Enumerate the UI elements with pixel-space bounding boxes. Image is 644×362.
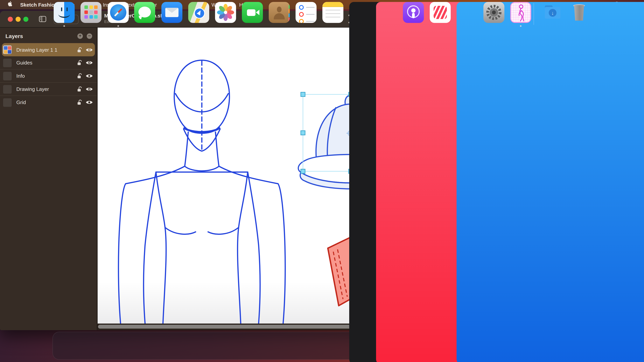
running-indicator-sketch-fashion [520,25,522,27]
layer-row-guides[interactable]: Guides [0,56,97,69]
layer-visibility-icon[interactable] [86,87,93,92]
layer-name: Guides [16,60,74,66]
dock-icon-mail[interactable] [162,2,182,23]
layer-row-grid[interactable]: Grid [0,96,97,109]
male-figure-template [118,60,285,324]
navigation-icon [194,8,205,19]
gear-icon [484,2,504,23]
dock-icon-finder[interactable] [54,2,75,23]
dock-icon-settings[interactable] [484,2,504,23]
layer-thumbnail [3,98,12,107]
dock-icon-reminders[interactable] [296,2,316,23]
layer-row-drawing-layer-1-1[interactable]: Drawing Layer 1 1 [2,43,95,56]
layer-lock-icon[interactable] [77,86,82,92]
dock-icon-news[interactable] [430,2,451,23]
menu-app-name[interactable]: Sketch Fashion [20,2,58,7]
running-indicator-safari [118,25,119,27]
dock-icon-notes[interactable] [322,2,344,23]
layer-lock-icon[interactable] [77,47,82,53]
dock-icon-contacts[interactable] [269,2,290,23]
layer-row-info[interactable]: Info [0,69,97,82]
layer-lock-icon[interactable] [77,60,82,66]
layer-thumbnail [3,58,12,67]
minimize-window-button[interactable] [16,17,20,22]
dock-icon-sketch-fashion[interactable] [510,2,531,23]
layers-panel-title: Layers [6,33,23,39]
remove-layer-button[interactable]: − [87,33,92,39]
layer-visibility-icon[interactable] [86,100,93,105]
fashion-figure-icon [511,3,530,22]
dock-icon-safari[interactable] [108,2,129,23]
dock-icon-podcasts[interactable] [403,2,424,23]
dock-icon-appstore[interactable]: A [456,2,644,362]
layers-panel: Layers + − Drawing Layer 1 1 [0,27,97,330]
layer-lock-icon[interactable] [77,73,82,79]
apple-menu-icon[interactable] [8,1,13,8]
layer-row-drawing-layer[interactable]: Drawing Layer [0,83,97,96]
dock-icon-facetime[interactable] [242,2,263,23]
news-logo-icon [434,6,447,19]
flower-icon [215,2,236,23]
layer-name: Drawing Layer [16,86,74,92]
zoom-window-button[interactable] [23,17,28,22]
layer-visibility-icon[interactable] [86,73,93,78]
layer-visibility-icon[interactable] [86,60,93,65]
layer-name: Info [16,73,74,79]
dock-icon-downloads[interactable]: ↓ [542,2,563,23]
dock-icon-messages[interactable] [134,2,155,23]
compass-icon [110,4,126,20]
dock-icon-trash[interactable] [568,2,590,23]
download-arrow-icon: ↓ [549,9,556,17]
add-layer-button[interactable]: + [78,33,83,39]
podcast-icon [403,2,424,23]
layer-name: Drawing Layer 1 1 [16,47,74,53]
person-icon [277,6,282,12]
dock-separator [534,3,534,25]
layer-thumbnail [3,72,12,80]
layer-lock-icon[interactable] [77,99,82,105]
running-indicator-finder [64,25,65,27]
layer-thumbnail [3,85,12,93]
dock-icon-launchpad[interactable] [80,2,102,23]
dock-icon-maps[interactable] [188,2,209,23]
close-window-button[interactable] [8,17,13,22]
trash-can-icon [574,5,584,20]
sidebar-toggle-button[interactable] [36,14,48,24]
layer-name: Grid [16,99,74,105]
envelope-icon [165,8,178,17]
dock-icon-photos[interactable] [215,2,236,23]
video-camera-icon [247,9,256,16]
screen: Sketch Fashion File Edit Insert Text Lay… [0,0,644,362]
layer-visibility-icon[interactable] [86,47,93,52]
layer-thumbnail [3,45,12,54]
